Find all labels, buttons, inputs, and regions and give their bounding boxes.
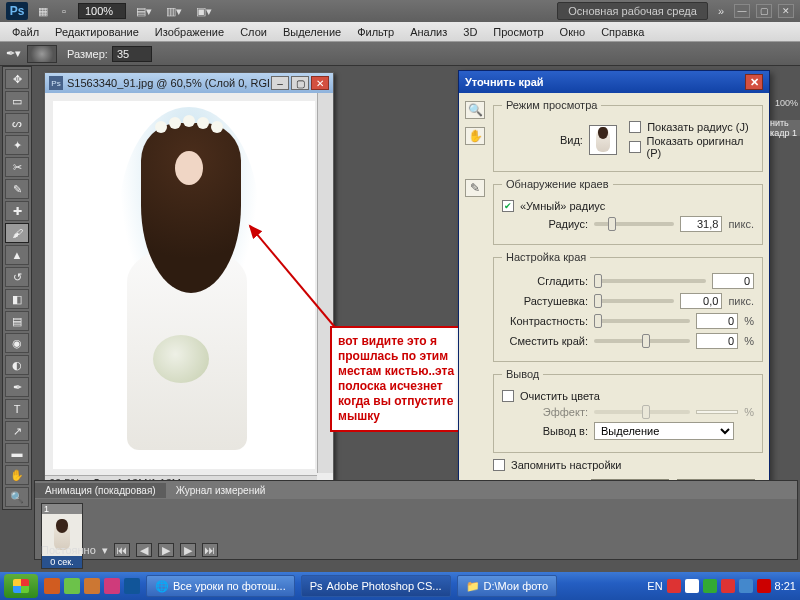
show-radius-checkbox[interactable] xyxy=(629,121,641,133)
arrange-docs-icon[interactable]: ▥▾ xyxy=(162,3,186,20)
pen-tool-icon[interactable]: ✒ xyxy=(5,377,29,397)
workspace-switcher[interactable]: Основная рабочая среда xyxy=(557,2,708,20)
tray-icon[interactable] xyxy=(667,579,681,593)
first-frame-icon[interactable]: ⏮ xyxy=(114,543,130,557)
heal-tool-icon[interactable]: ✚ xyxy=(5,201,29,221)
tab-measure-log[interactable]: Журнал измерений xyxy=(166,483,276,498)
task-photoshop[interactable]: PsAdobe Photoshop CS... xyxy=(301,575,451,597)
eyedropper-tool-icon[interactable]: ✎ xyxy=(5,179,29,199)
menu-select[interactable]: Выделение xyxy=(275,23,349,41)
hand-tool-icon[interactable]: ✋ xyxy=(5,465,29,485)
menu-edit[interactable]: Редактирование xyxy=(47,23,147,41)
contrast-value[interactable]: 0 xyxy=(696,313,738,329)
feather-slider[interactable] xyxy=(594,299,674,303)
decontaminate-checkbox[interactable] xyxy=(502,390,514,402)
contrast-slider[interactable] xyxy=(594,319,690,323)
doc-close-button[interactable]: ✕ xyxy=(311,76,329,90)
loop-mode[interactable]: Постоянно xyxy=(41,544,96,556)
crop-tool-icon[interactable]: ✂ xyxy=(5,157,29,177)
ql-icon[interactable] xyxy=(124,578,140,594)
view-mode-picker[interactable] xyxy=(589,125,617,155)
menu-3d[interactable]: 3D xyxy=(455,23,485,41)
menu-view[interactable]: Просмотр xyxy=(485,23,551,41)
screen-mode-icon[interactable]: ▣▾ xyxy=(192,3,216,20)
ql-icon[interactable] xyxy=(64,578,80,594)
minibridge-icon[interactable]: ▫ xyxy=(58,3,70,19)
frame-thumb-1[interactable]: 1 0 сек. xyxy=(41,503,83,569)
shift-slider[interactable] xyxy=(594,339,690,343)
type-tool-icon[interactable]: T xyxy=(5,399,29,419)
menu-analysis[interactable]: Анализ xyxy=(402,23,455,41)
view-extras-icon[interactable]: ▤▾ xyxy=(132,3,156,20)
show-original-checkbox[interactable] xyxy=(629,141,640,153)
brush-preset-picker[interactable] xyxy=(27,45,57,63)
zoom-tool-mini-icon[interactable]: 🔍 xyxy=(465,101,485,119)
zoom-level[interactable]: 100% xyxy=(78,3,126,19)
lasso-tool-icon[interactable]: ᔕ xyxy=(5,113,29,133)
start-button[interactable] xyxy=(4,574,38,598)
hand-tool-mini-icon[interactable]: ✋ xyxy=(465,127,485,145)
play-icon[interactable]: ▶ xyxy=(158,543,174,557)
smart-radius-checkbox[interactable]: ✔ xyxy=(502,200,514,212)
close-button[interactable]: ✕ xyxy=(778,4,794,18)
menu-layer[interactable]: Слои xyxy=(232,23,275,41)
blur-tool-icon[interactable]: ◉ xyxy=(5,333,29,353)
radius-value[interactable]: 31,8 xyxy=(680,216,722,232)
ql-icon[interactable] xyxy=(104,578,120,594)
maximize-button[interactable]: ▢ xyxy=(756,4,772,18)
stamp-tool-icon[interactable]: ▲ xyxy=(5,245,29,265)
output-to-label: Вывод в: xyxy=(502,425,588,437)
more-icon[interactable]: » xyxy=(714,3,728,19)
doc-min-button[interactable]: – xyxy=(271,76,289,90)
shape-tool-icon[interactable]: ▬ xyxy=(5,443,29,463)
ql-icon[interactable] xyxy=(84,578,100,594)
output-to-select[interactable]: Выделение xyxy=(594,422,734,440)
prev-frame-icon[interactable]: ◀ xyxy=(136,543,152,557)
brush-tool-icon[interactable]: ✒▾ xyxy=(6,47,21,60)
smooth-slider[interactable] xyxy=(594,279,706,283)
refine-brush-icon[interactable]: ✎ xyxy=(465,179,485,197)
ql-icon[interactable] xyxy=(44,578,60,594)
menu-filter[interactable]: Фильтр xyxy=(349,23,402,41)
menu-window[interactable]: Окно xyxy=(552,23,594,41)
clock[interactable]: 8:21 xyxy=(775,580,796,592)
minimize-button[interactable]: — xyxy=(734,4,750,18)
brush-size-input[interactable] xyxy=(112,46,152,62)
tray-icon[interactable] xyxy=(685,579,699,593)
tray-icon[interactable] xyxy=(739,579,753,593)
doc-max-button[interactable]: ▢ xyxy=(291,76,309,90)
frame-time[interactable]: 0 сек. xyxy=(42,556,82,568)
history-brush-icon[interactable]: ↺ xyxy=(5,267,29,287)
task-browser[interactable]: 🌐Все уроки по фотош... xyxy=(146,575,295,597)
marquee-tool-icon[interactable]: ▭ xyxy=(5,91,29,111)
smooth-value[interactable]: 0 xyxy=(712,273,754,289)
menu-help[interactable]: Справка xyxy=(593,23,652,41)
tray-icon[interactable] xyxy=(721,579,735,593)
shift-value[interactable]: 0 xyxy=(696,333,738,349)
path-tool-icon[interactable]: ↗ xyxy=(5,421,29,441)
dodge-tool-icon[interactable]: ◐ xyxy=(5,355,29,375)
menu-file[interactable]: Файл xyxy=(4,23,47,41)
tray-icon[interactable] xyxy=(703,579,717,593)
eraser-tool-icon[interactable]: ◧ xyxy=(5,289,29,309)
move-tool-icon[interactable]: ✥ xyxy=(5,69,29,89)
gradient-tool-icon[interactable]: ▤ xyxy=(5,311,29,331)
tab-animation[interactable]: Анимация (покадровая) xyxy=(35,483,166,498)
feather-value[interactable]: 0,0 xyxy=(680,293,722,309)
task-folder[interactable]: 📁D:\Мои фото xyxy=(457,575,558,597)
app-logo: Ps xyxy=(6,2,28,20)
right-tab[interactable]: нить кадр 1 xyxy=(770,120,800,136)
remember-checkbox[interactable] xyxy=(493,459,505,471)
document-canvas[interactable] xyxy=(53,101,315,469)
tray-icon[interactable] xyxy=(757,579,771,593)
lang-indicator[interactable]: EN xyxy=(647,580,662,592)
last-frame-icon[interactable]: ⏭ xyxy=(202,543,218,557)
zoom-tool-icon[interactable]: 🔍 xyxy=(5,487,29,507)
brush-tool-icon[interactable]: 🖌 xyxy=(5,223,29,243)
launch-bridge-icon[interactable]: ▦ xyxy=(34,3,52,20)
radius-slider[interactable] xyxy=(594,222,674,226)
dialog-close-button[interactable]: ✕ xyxy=(745,74,763,90)
menu-image[interactable]: Изображение xyxy=(147,23,232,41)
next-frame-icon[interactable]: ▶ xyxy=(180,543,196,557)
quickselect-tool-icon[interactable]: ✦ xyxy=(5,135,29,155)
